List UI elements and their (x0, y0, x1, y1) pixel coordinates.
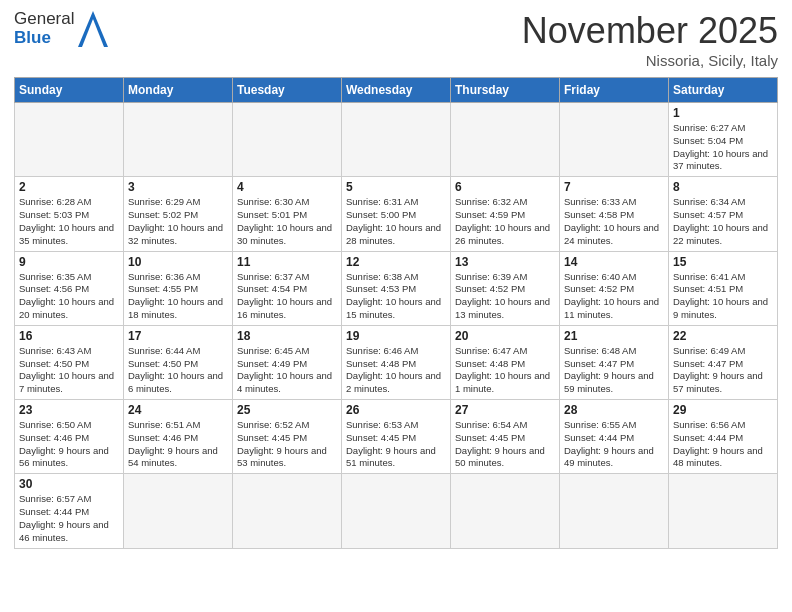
logo-icon: General Blue (14, 10, 108, 47)
calendar-week-row: 16Sunrise: 6:43 AM Sunset: 4:50 PM Dayli… (15, 325, 778, 399)
calendar-week-row: 9Sunrise: 6:35 AM Sunset: 4:56 PM Daylig… (15, 251, 778, 325)
table-row: 17Sunrise: 6:44 AM Sunset: 4:50 PM Dayli… (124, 325, 233, 399)
table-row: 18Sunrise: 6:45 AM Sunset: 4:49 PM Dayli… (233, 325, 342, 399)
day-info: Sunrise: 6:36 AM Sunset: 4:55 PM Dayligh… (128, 271, 228, 322)
day-info: Sunrise: 6:45 AM Sunset: 4:49 PM Dayligh… (237, 345, 337, 396)
table-row: 24Sunrise: 6:51 AM Sunset: 4:46 PM Dayli… (124, 400, 233, 474)
day-number: 16 (19, 329, 119, 343)
header-tuesday: Tuesday (233, 78, 342, 103)
table-row: 27Sunrise: 6:54 AM Sunset: 4:45 PM Dayli… (451, 400, 560, 474)
day-number: 12 (346, 255, 446, 269)
header-sunday: Sunday (15, 78, 124, 103)
header-friday: Friday (560, 78, 669, 103)
table-row: 28Sunrise: 6:55 AM Sunset: 4:44 PM Dayli… (560, 400, 669, 474)
table-row: 4Sunrise: 6:30 AM Sunset: 5:01 PM Daylig… (233, 177, 342, 251)
header-wednesday: Wednesday (342, 78, 451, 103)
day-info: Sunrise: 6:39 AM Sunset: 4:52 PM Dayligh… (455, 271, 555, 322)
day-number: 3 (128, 180, 228, 194)
day-info: Sunrise: 6:55 AM Sunset: 4:44 PM Dayligh… (564, 419, 664, 470)
table-row (451, 474, 560, 548)
day-number: 21 (564, 329, 664, 343)
table-row: 12Sunrise: 6:38 AM Sunset: 4:53 PM Dayli… (342, 251, 451, 325)
calendar: Sunday Monday Tuesday Wednesday Thursday… (14, 77, 778, 549)
day-info: Sunrise: 6:31 AM Sunset: 5:00 PM Dayligh… (346, 196, 446, 247)
day-number: 18 (237, 329, 337, 343)
table-row: 11Sunrise: 6:37 AM Sunset: 4:54 PM Dayli… (233, 251, 342, 325)
table-row: 25Sunrise: 6:52 AM Sunset: 4:45 PM Dayli… (233, 400, 342, 474)
calendar-week-row: 2Sunrise: 6:28 AM Sunset: 5:03 PM Daylig… (15, 177, 778, 251)
table-row: 29Sunrise: 6:56 AM Sunset: 4:44 PM Dayli… (669, 400, 778, 474)
day-number: 29 (673, 403, 773, 417)
table-row: 5Sunrise: 6:31 AM Sunset: 5:00 PM Daylig… (342, 177, 451, 251)
day-info: Sunrise: 6:53 AM Sunset: 4:45 PM Dayligh… (346, 419, 446, 470)
day-info: Sunrise: 6:52 AM Sunset: 4:45 PM Dayligh… (237, 419, 337, 470)
table-row: 26Sunrise: 6:53 AM Sunset: 4:45 PM Dayli… (342, 400, 451, 474)
header-thursday: Thursday (451, 78, 560, 103)
day-number: 4 (237, 180, 337, 194)
day-number: 7 (564, 180, 664, 194)
day-info: Sunrise: 6:28 AM Sunset: 5:03 PM Dayligh… (19, 196, 119, 247)
day-info: Sunrise: 6:37 AM Sunset: 4:54 PM Dayligh… (237, 271, 337, 322)
table-row: 10Sunrise: 6:36 AM Sunset: 4:55 PM Dayli… (124, 251, 233, 325)
day-number: 15 (673, 255, 773, 269)
day-number: 17 (128, 329, 228, 343)
day-info: Sunrise: 6:27 AM Sunset: 5:04 PM Dayligh… (673, 122, 773, 173)
calendar-header-row: Sunday Monday Tuesday Wednesday Thursday… (15, 78, 778, 103)
table-row (669, 474, 778, 548)
day-info: Sunrise: 6:50 AM Sunset: 4:46 PM Dayligh… (19, 419, 119, 470)
day-info: Sunrise: 6:35 AM Sunset: 4:56 PM Dayligh… (19, 271, 119, 322)
table-row: 14Sunrise: 6:40 AM Sunset: 4:52 PM Dayli… (560, 251, 669, 325)
day-number: 25 (237, 403, 337, 417)
logo: General Blue (14, 10, 108, 47)
day-info: Sunrise: 6:40 AM Sunset: 4:52 PM Dayligh… (564, 271, 664, 322)
header-saturday: Saturday (669, 78, 778, 103)
day-info: Sunrise: 6:30 AM Sunset: 5:01 PM Dayligh… (237, 196, 337, 247)
day-info: Sunrise: 6:41 AM Sunset: 4:51 PM Dayligh… (673, 271, 773, 322)
day-info: Sunrise: 6:54 AM Sunset: 4:45 PM Dayligh… (455, 419, 555, 470)
table-row: 2Sunrise: 6:28 AM Sunset: 5:03 PM Daylig… (15, 177, 124, 251)
day-info: Sunrise: 6:48 AM Sunset: 4:47 PM Dayligh… (564, 345, 664, 396)
day-number: 26 (346, 403, 446, 417)
table-row: 19Sunrise: 6:46 AM Sunset: 4:48 PM Dayli… (342, 325, 451, 399)
day-number: 30 (19, 477, 119, 491)
day-info: Sunrise: 6:56 AM Sunset: 4:44 PM Dayligh… (673, 419, 773, 470)
day-number: 20 (455, 329, 555, 343)
calendar-week-row: 23Sunrise: 6:50 AM Sunset: 4:46 PM Dayli… (15, 400, 778, 474)
day-info: Sunrise: 6:51 AM Sunset: 4:46 PM Dayligh… (128, 419, 228, 470)
table-row: 3Sunrise: 6:29 AM Sunset: 5:02 PM Daylig… (124, 177, 233, 251)
day-info: Sunrise: 6:43 AM Sunset: 4:50 PM Dayligh… (19, 345, 119, 396)
header-monday: Monday (124, 78, 233, 103)
table-row: 22Sunrise: 6:49 AM Sunset: 4:47 PM Dayli… (669, 325, 778, 399)
table-row (124, 474, 233, 548)
table-row (233, 103, 342, 177)
table-row: 15Sunrise: 6:41 AM Sunset: 4:51 PM Dayli… (669, 251, 778, 325)
logo-general-text: General (14, 10, 74, 29)
day-info: Sunrise: 6:46 AM Sunset: 4:48 PM Dayligh… (346, 345, 446, 396)
day-number: 24 (128, 403, 228, 417)
day-number: 13 (455, 255, 555, 269)
table-row: 23Sunrise: 6:50 AM Sunset: 4:46 PM Dayli… (15, 400, 124, 474)
location: Nissoria, Sicily, Italy (522, 52, 778, 69)
day-number: 14 (564, 255, 664, 269)
table-row: 21Sunrise: 6:48 AM Sunset: 4:47 PM Dayli… (560, 325, 669, 399)
day-number: 10 (128, 255, 228, 269)
table-row (342, 103, 451, 177)
table-row: 7Sunrise: 6:33 AM Sunset: 4:58 PM Daylig… (560, 177, 669, 251)
day-info: Sunrise: 6:47 AM Sunset: 4:48 PM Dayligh… (455, 345, 555, 396)
day-number: 27 (455, 403, 555, 417)
day-number: 19 (346, 329, 446, 343)
day-number: 2 (19, 180, 119, 194)
logo-triangle-icon (78, 11, 108, 47)
day-number: 28 (564, 403, 664, 417)
day-info: Sunrise: 6:49 AM Sunset: 4:47 PM Dayligh… (673, 345, 773, 396)
table-row: 6Sunrise: 6:32 AM Sunset: 4:59 PM Daylig… (451, 177, 560, 251)
day-info: Sunrise: 6:34 AM Sunset: 4:57 PM Dayligh… (673, 196, 773, 247)
day-number: 6 (455, 180, 555, 194)
day-info: Sunrise: 6:57 AM Sunset: 4:44 PM Dayligh… (19, 493, 119, 544)
day-number: 11 (237, 255, 337, 269)
table-row: 1Sunrise: 6:27 AM Sunset: 5:04 PM Daylig… (669, 103, 778, 177)
table-row: 30Sunrise: 6:57 AM Sunset: 4:44 PM Dayli… (15, 474, 124, 548)
table-row (15, 103, 124, 177)
day-info: Sunrise: 6:38 AM Sunset: 4:53 PM Dayligh… (346, 271, 446, 322)
table-row (342, 474, 451, 548)
